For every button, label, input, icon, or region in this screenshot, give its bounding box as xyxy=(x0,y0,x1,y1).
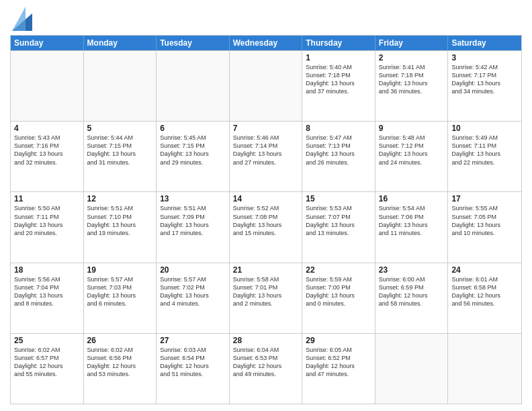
cell-info-text: Sunrise: 5:42 AM Sunset: 7:17 PM Dayligh… xyxy=(451,63,518,96)
cell-info-text: Sunrise: 5:47 AM Sunset: 7:13 PM Dayligh… xyxy=(306,134,371,167)
cal-cell: 22Sunrise: 5:59 AM Sunset: 7:00 PM Dayli… xyxy=(302,263,375,333)
cell-info-text: Sunrise: 5:48 AM Sunset: 7:12 PM Dayligh… xyxy=(379,134,445,167)
cell-day-number: 12 xyxy=(87,194,153,203)
cal-cell: 14Sunrise: 5:52 AM Sunset: 7:08 PM Dayli… xyxy=(230,192,303,262)
cell-day-number: 29 xyxy=(306,336,371,345)
cell-info-text: Sunrise: 6:00 AM Sunset: 6:59 PM Dayligh… xyxy=(379,275,445,308)
cell-info-text: Sunrise: 5:50 AM Sunset: 7:11 PM Dayligh… xyxy=(14,204,80,237)
cell-day-number: 25 xyxy=(14,336,80,345)
cell-day-number: 22 xyxy=(306,265,371,275)
cal-cell: 18Sunrise: 5:56 AM Sunset: 7:04 PM Dayli… xyxy=(11,263,84,333)
cell-info-text: Sunrise: 5:57 AM Sunset: 7:03 PM Dayligh… xyxy=(87,275,153,308)
cal-cell: 17Sunrise: 5:55 AM Sunset: 7:05 PM Dayli… xyxy=(448,192,521,262)
cal-week-2: 11Sunrise: 5:50 AM Sunset: 7:11 PM Dayli… xyxy=(11,191,521,262)
calendar: SundayMondayTuesdayWednesdayThursdayFrid… xyxy=(10,35,522,404)
cal-cell: 7Sunrise: 5:46 AM Sunset: 7:14 PM Daylig… xyxy=(230,122,303,191)
cal-cell xyxy=(11,51,84,121)
logo xyxy=(10,7,32,31)
cal-cell: 12Sunrise: 5:51 AM Sunset: 7:10 PM Dayli… xyxy=(84,192,157,262)
cell-day-number: 15 xyxy=(306,194,371,203)
cal-header-friday: Friday xyxy=(375,36,449,50)
cell-day-number: 13 xyxy=(160,194,226,203)
cell-day-number: 7 xyxy=(233,124,299,133)
cal-cell: 21Sunrise: 5:58 AM Sunset: 7:01 PM Dayli… xyxy=(230,263,303,333)
cell-day-number: 5 xyxy=(87,124,153,133)
logo-icon xyxy=(12,7,32,31)
cal-header-monday: Monday xyxy=(84,36,157,50)
cal-cell: 8Sunrise: 5:47 AM Sunset: 7:13 PM Daylig… xyxy=(302,122,375,191)
cell-day-number: 8 xyxy=(306,124,371,133)
cal-cell: 13Sunrise: 5:51 AM Sunset: 7:09 PM Dayli… xyxy=(157,192,230,262)
cell-day-number: 28 xyxy=(233,336,299,345)
cal-header-thursday: Thursday xyxy=(302,36,375,50)
cell-day-number: 1 xyxy=(306,53,371,62)
cell-day-number: 14 xyxy=(233,194,299,203)
cell-info-text: Sunrise: 5:53 AM Sunset: 7:07 PM Dayligh… xyxy=(306,204,371,237)
cell-info-text: Sunrise: 5:40 AM Sunset: 7:18 PM Dayligh… xyxy=(306,63,371,96)
cal-cell xyxy=(230,51,303,121)
cal-cell: 15Sunrise: 5:53 AM Sunset: 7:07 PM Dayli… xyxy=(302,192,375,262)
cell-day-number: 3 xyxy=(451,53,518,62)
cell-info-text: Sunrise: 5:44 AM Sunset: 7:15 PM Dayligh… xyxy=(87,134,153,167)
cal-cell: 19Sunrise: 5:57 AM Sunset: 7:03 PM Dayli… xyxy=(84,263,157,333)
cell-info-text: Sunrise: 5:52 AM Sunset: 7:08 PM Dayligh… xyxy=(233,204,299,237)
cal-cell: 27Sunrise: 6:03 AM Sunset: 6:54 PM Dayli… xyxy=(157,334,230,404)
cal-cell: 6Sunrise: 5:45 AM Sunset: 7:15 PM Daylig… xyxy=(157,122,230,191)
cell-info-text: Sunrise: 5:54 AM Sunset: 7:06 PM Dayligh… xyxy=(379,204,445,237)
cal-cell: 2Sunrise: 5:41 AM Sunset: 7:18 PM Daylig… xyxy=(375,51,449,121)
cal-cell: 4Sunrise: 5:43 AM Sunset: 7:16 PM Daylig… xyxy=(11,122,84,191)
cell-info-text: Sunrise: 5:58 AM Sunset: 7:01 PM Dayligh… xyxy=(233,275,299,308)
cell-info-text: Sunrise: 5:56 AM Sunset: 7:04 PM Dayligh… xyxy=(14,275,80,308)
cell-info-text: Sunrise: 5:49 AM Sunset: 7:11 PM Dayligh… xyxy=(451,134,518,167)
cal-cell: 16Sunrise: 5:54 AM Sunset: 7:06 PM Dayli… xyxy=(375,192,449,262)
cell-day-number: 17 xyxy=(451,194,518,203)
cal-week-3: 18Sunrise: 5:56 AM Sunset: 7:04 PM Dayli… xyxy=(11,263,521,333)
header xyxy=(10,7,522,31)
cell-info-text: Sunrise: 6:03 AM Sunset: 6:54 PM Dayligh… xyxy=(160,346,226,379)
cell-day-number: 21 xyxy=(233,265,299,275)
cell-info-text: Sunrise: 5:46 AM Sunset: 7:14 PM Dayligh… xyxy=(233,134,299,167)
cal-cell: 28Sunrise: 6:04 AM Sunset: 6:53 PM Dayli… xyxy=(230,334,303,404)
cell-info-text: Sunrise: 5:41 AM Sunset: 7:18 PM Dayligh… xyxy=(379,63,445,96)
cell-day-number: 26 xyxy=(87,336,153,345)
cal-week-1: 4Sunrise: 5:43 AM Sunset: 7:16 PM Daylig… xyxy=(11,121,521,191)
cell-info-text: Sunrise: 6:02 AM Sunset: 6:56 PM Dayligh… xyxy=(87,346,153,379)
cell-day-number: 2 xyxy=(379,53,445,62)
cell-info-text: Sunrise: 6:02 AM Sunset: 6:57 PM Dayligh… xyxy=(14,346,80,379)
cell-day-number: 11 xyxy=(14,194,80,203)
calendar-header-row: SundayMondayTuesdayWednesdayThursdayFrid… xyxy=(11,36,521,50)
cal-cell: 26Sunrise: 6:02 AM Sunset: 6:56 PM Dayli… xyxy=(84,334,157,404)
cell-day-number: 6 xyxy=(160,124,226,133)
cal-week-4: 25Sunrise: 6:02 AM Sunset: 6:57 PM Dayli… xyxy=(11,333,521,404)
cal-cell xyxy=(84,51,157,121)
cell-info-text: Sunrise: 6:04 AM Sunset: 6:53 PM Dayligh… xyxy=(233,346,299,379)
cal-cell: 5Sunrise: 5:44 AM Sunset: 7:15 PM Daylig… xyxy=(84,122,157,191)
cal-cell xyxy=(157,51,230,121)
cell-day-number: 19 xyxy=(87,265,153,275)
cal-cell: 20Sunrise: 5:57 AM Sunset: 7:02 PM Dayli… xyxy=(157,263,230,333)
cell-day-number: 23 xyxy=(379,265,445,275)
cell-info-text: Sunrise: 5:43 AM Sunset: 7:16 PM Dayligh… xyxy=(14,134,80,167)
cal-header-tuesday: Tuesday xyxy=(157,36,230,50)
cell-day-number: 27 xyxy=(160,336,226,345)
cal-cell: 25Sunrise: 6:02 AM Sunset: 6:57 PM Dayli… xyxy=(11,334,84,404)
cell-day-number: 24 xyxy=(451,265,518,275)
svg-marker-1 xyxy=(12,7,26,31)
cal-cell: 24Sunrise: 6:01 AM Sunset: 6:58 PM Dayli… xyxy=(448,263,521,333)
cell-day-number: 10 xyxy=(451,124,518,133)
cell-info-text: Sunrise: 5:59 AM Sunset: 7:00 PM Dayligh… xyxy=(306,275,371,308)
cell-info-text: Sunrise: 5:55 AM Sunset: 7:05 PM Dayligh… xyxy=(451,204,518,237)
cal-header-wednesday: Wednesday xyxy=(230,36,303,50)
cal-cell xyxy=(375,334,449,404)
cal-cell: 1Sunrise: 5:40 AM Sunset: 7:18 PM Daylig… xyxy=(302,51,375,121)
cell-info-text: Sunrise: 5:57 AM Sunset: 7:02 PM Dayligh… xyxy=(160,275,226,308)
cal-cell: 9Sunrise: 5:48 AM Sunset: 7:12 PM Daylig… xyxy=(375,122,449,191)
page: SundayMondayTuesdayWednesdayThursdayFrid… xyxy=(0,0,532,411)
cal-cell xyxy=(448,334,521,404)
cell-day-number: 4 xyxy=(14,124,80,133)
cell-day-number: 16 xyxy=(379,194,445,203)
cell-day-number: 18 xyxy=(14,265,80,275)
cell-info-text: Sunrise: 5:51 AM Sunset: 7:10 PM Dayligh… xyxy=(87,204,153,237)
cal-week-0: 1Sunrise: 5:40 AM Sunset: 7:18 PM Daylig… xyxy=(11,50,521,121)
cal-header-saturday: Saturday xyxy=(448,36,521,50)
